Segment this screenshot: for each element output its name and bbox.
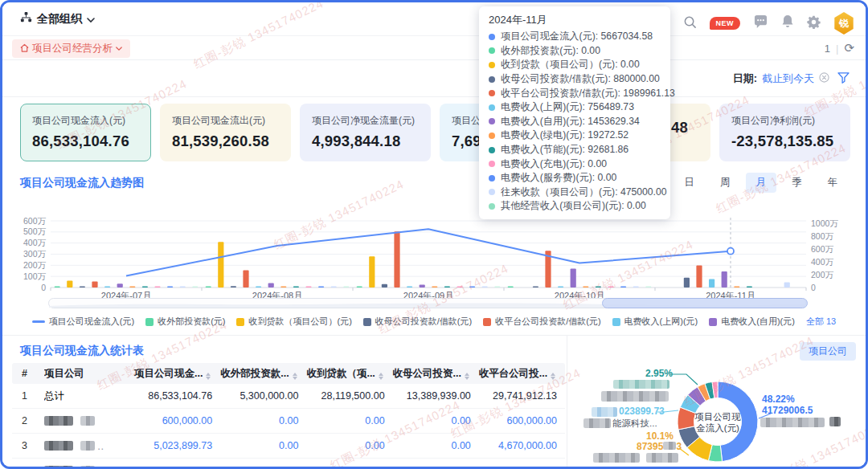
trend-bar[interactable] bbox=[318, 286, 324, 288]
trend-bar[interactable] bbox=[620, 286, 626, 288]
trend-bar[interactable] bbox=[305, 286, 311, 288]
table-value[interactable]: 600,000.00 bbox=[134, 415, 220, 426]
granularity-周[interactable]: 周 bbox=[710, 173, 741, 193]
kpi-card-1[interactable]: 项目公司现金流入(元)86,533,104.76 bbox=[20, 104, 151, 161]
trend-bar[interactable] bbox=[596, 286, 601, 288]
datazoom-selected-range[interactable] bbox=[602, 298, 808, 308]
column-header[interactable]: 收外部投资款... bbox=[220, 367, 306, 381]
trend-bar[interactable] bbox=[420, 285, 425, 288]
trend-bar[interactable] bbox=[494, 286, 500, 288]
trend-bar[interactable] bbox=[55, 286, 60, 288]
clear-filter-icon[interactable] bbox=[819, 72, 829, 85]
trend-bar[interactable] bbox=[357, 286, 362, 288]
trend-bar[interactable] bbox=[645, 286, 651, 288]
donut-chart[interactable]: 项目公司现金流入(元) bbox=[569, 336, 864, 469]
kpi-card-3[interactable]: 项目公司净现金流量(元)4,993,844.18 bbox=[300, 104, 431, 161]
table-value[interactable]: 0.00 bbox=[220, 415, 306, 426]
trend-bar[interactable] bbox=[256, 286, 261, 288]
table-value[interactable]: 0.00 bbox=[220, 465, 306, 469]
trend-bar[interactable] bbox=[508, 286, 514, 288]
trend-bar[interactable] bbox=[608, 286, 613, 288]
trend-bar[interactable] bbox=[558, 286, 563, 288]
legend-item[interactable]: 收外部投资款(元) bbox=[145, 316, 225, 328]
trend-bar[interactable] bbox=[343, 286, 349, 288]
granularity-季[interactable]: 季 bbox=[781, 173, 813, 193]
table-value[interactable]: 0.00 bbox=[393, 465, 479, 469]
sort-icon[interactable] bbox=[465, 373, 469, 381]
trend-bar[interactable] bbox=[154, 286, 160, 288]
trend-bar[interactable] bbox=[243, 271, 248, 288]
sort-icon[interactable] bbox=[206, 373, 211, 381]
trend-bar[interactable] bbox=[218, 242, 223, 288]
message-icon[interactable] bbox=[753, 15, 768, 32]
org-switcher[interactable]: 全部组织 bbox=[20, 11, 95, 27]
trend-bar[interactable] bbox=[268, 283, 274, 288]
table-value[interactable]: 200,000.00 bbox=[479, 465, 565, 469]
trend-line-marker[interactable] bbox=[727, 248, 734, 255]
legend-show-all[interactable]: 全部 13 bbox=[806, 316, 836, 328]
trend-bar[interactable] bbox=[684, 278, 690, 288]
table-value[interactable]: 0.00 bbox=[393, 440, 479, 451]
trend-bar[interactable] bbox=[407, 286, 412, 288]
trend-bar[interactable] bbox=[457, 286, 462, 288]
column-header[interactable]: 收平台公司投... bbox=[479, 367, 565, 381]
trend-bar[interactable] bbox=[206, 286, 211, 288]
trend-bar[interactable] bbox=[331, 286, 337, 288]
trend-bar[interactable] bbox=[293, 286, 299, 288]
trend-bar[interactable] bbox=[67, 280, 72, 288]
trend-bar[interactable] bbox=[167, 286, 173, 288]
trend-bar[interactable] bbox=[469, 286, 475, 288]
trend-bar[interactable] bbox=[633, 286, 639, 288]
legend-item[interactable]: 收平台公司投资款/借款(元) bbox=[483, 316, 600, 328]
trend-bar[interactable] bbox=[80, 286, 85, 288]
trend-bar[interactable] bbox=[583, 286, 588, 288]
sort-icon[interactable] bbox=[293, 373, 297, 381]
search-icon[interactable] bbox=[683, 15, 697, 32]
trend-bar[interactable] bbox=[722, 271, 727, 288]
legend-item[interactable]: 收母公司投资款/借款(元) bbox=[363, 316, 472, 328]
table-value[interactable]: 0.00 bbox=[306, 440, 392, 451]
column-header[interactable]: 项目公司现金... bbox=[134, 367, 220, 381]
table-value[interactable]: 0.00 bbox=[306, 465, 392, 469]
sort-icon[interactable] bbox=[379, 373, 383, 381]
trend-bar[interactable] bbox=[444, 286, 450, 288]
column-header[interactable]: 收到贷款（项... bbox=[306, 367, 392, 381]
legend-item[interactable]: 收到贷款（项目公司）(元) bbox=[236, 316, 351, 328]
column-header[interactable]: 收母公司投资... bbox=[393, 367, 479, 381]
tab-project-analysis[interactable]: 项目公司经营分析 bbox=[12, 39, 130, 58]
granularity-月[interactable]: 月 bbox=[746, 173, 777, 193]
table-value[interactable]: 4,670,000.00 bbox=[479, 440, 565, 451]
trend-bar[interactable] bbox=[571, 268, 576, 288]
trend-bar[interactable] bbox=[734, 286, 739, 288]
trend-bar[interactable] bbox=[129, 286, 135, 288]
datazoom-slider[interactable] bbox=[48, 298, 806, 308]
trend-bar[interactable] bbox=[180, 286, 186, 288]
trend-chart[interactable]: 0100万200万300万400万500万600万0200万400万600万80… bbox=[10, 213, 862, 311]
table-value[interactable]: 600,000.00 bbox=[479, 415, 565, 426]
legend-item[interactable]: 项目公司现金流入(元) bbox=[32, 316, 134, 328]
granularity-年[interactable]: 年 bbox=[817, 173, 849, 193]
trend-bar[interactable] bbox=[394, 231, 399, 288]
trend-bar[interactable] bbox=[784, 282, 790, 288]
trend-bar[interactable] bbox=[369, 256, 375, 288]
legend-item[interactable]: 电费收入(上网)(元) bbox=[612, 316, 698, 328]
table-value[interactable]: 200,000.00 bbox=[134, 465, 220, 469]
kpi-card-2[interactable]: 项目公司现金流出(元)81,539,260.58 bbox=[160, 104, 291, 161]
trend-bar[interactable] bbox=[192, 286, 198, 288]
funnel-filter-icon[interactable] bbox=[837, 72, 850, 86]
kpi-card-6[interactable]: 项目公司净利润(元)-23,578,135.85 bbox=[719, 104, 850, 161]
legend-item[interactable]: 电费收入(自用)(元) bbox=[709, 316, 795, 328]
table-value[interactable]: 0.00 bbox=[220, 440, 306, 451]
bell-icon[interactable] bbox=[781, 14, 794, 32]
trend-bar[interactable] bbox=[92, 281, 97, 288]
trend-bar[interactable] bbox=[482, 286, 488, 288]
trend-bar[interactable] bbox=[104, 286, 110, 288]
trend-bar[interactable] bbox=[432, 286, 437, 288]
trend-bar[interactable] bbox=[117, 283, 123, 288]
trend-bar[interactable] bbox=[747, 286, 752, 288]
table-value[interactable]: 5,023,899.73 bbox=[134, 440, 220, 451]
date-filter-value[interactable]: 截止到今天 bbox=[762, 71, 814, 86]
trend-bar[interactable] bbox=[382, 284, 387, 288]
granularity-日[interactable]: 日 bbox=[674, 173, 706, 193]
trend-bar[interactable] bbox=[280, 286, 286, 288]
